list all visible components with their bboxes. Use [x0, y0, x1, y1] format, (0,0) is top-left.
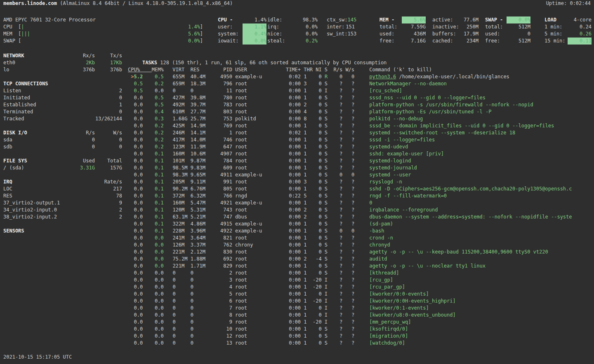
sidebar-row: / (sda)3.31G157G	[3, 164, 122, 171]
sidebar-row: eth02Kb17Kb	[3, 59, 122, 66]
stat-row: 15 min: 0.11	[544, 38, 592, 45]
process-table: CPU% MEM% VIRT RES PID USER TIME+ THR NI…	[128, 66, 594, 347]
clock: 2021-10-15 15:17:05 UTC	[3, 354, 72, 361]
process-row: 0.0 0.0 221M 2.12M 830 root 0:00 1 0 S ?…	[128, 249, 594, 256]
process-row: 0.0 0.0 0 0 10 root 0:00 1 0 S ? ? [ksof…	[128, 326, 594, 333]
stat-row: LOAD4-core	[544, 16, 592, 23]
process-row: 0.0 0.0 221M 1.71M 829 root 0:00 1 0 S ?…	[128, 263, 594, 270]
process-row: 0.0 0.0 0 0 9 root 0:00 1 -20 I ? ? [mm_…	[128, 319, 594, 326]
stat-row: user: 1.1%	[218, 23, 266, 31]
glances-terminal[interactable]: members.linode.com (AlmaLinux 8.4 64bit …	[0, 0, 594, 364]
tasks-summary: TASKS 128 (150 thr), 1 run, 61 slp, 66 o…	[130, 52, 387, 59]
process-row: 0.0 0.1 63.1M 5.21M 747 dbus 0:00 2 0 S …	[128, 214, 594, 221]
stat-block-cpu-extra: idle:98.3%irq:0.0%nice:0.0%steal:0.2%	[267, 16, 318, 45]
process-row: 0.0 0.2 425M 14.9M 769 root 0:00 1 0 S ?…	[128, 122, 594, 129]
stat-row: iowait: 0.0%	[218, 38, 266, 45]
sidebar-row: Tracked13/262144	[3, 115, 122, 122]
process-row: 0.0 0.0 75.2M 1.88M 692 root 0:00 2 -4 S…	[128, 256, 594, 263]
cpu-model: AMD EPYC 7601 32-Core Processor	[3, 16, 203, 23]
process-row: 0.0 0.0 0 0 7 root 0:00 1 0 I ? ? [kwork…	[128, 305, 594, 312]
process-row: 0.0 0.1 205M 9.11M 991 root 0:00 3 0 S ?…	[128, 178, 594, 186]
stat-row: used:436M	[380, 31, 426, 38]
process-row: 0.0 0.0 241M 3.64M 821 root 0:00 1 0 S ?…	[128, 235, 594, 242]
process-row: 0.0 0.1 372M 6.32M 766 rngd 0:22 5 0 S ?…	[128, 193, 594, 200]
process-row: 0.0 0.4 610M 27.7M 803 root 0:00 4 0 S ?…	[128, 108, 594, 115]
process-row: 0.0 0.1 101M 9.87M 784 root 0:00 1 0 S ?…	[128, 157, 594, 164]
stat-block-mem-main: MEM - 5.6%total:7.59Gused:436Mfree:7.16G	[380, 16, 426, 45]
sidebar-row: Listen2	[3, 87, 122, 94]
process-row: 0.0 0.0 0 0 2 root 0:00 1 0 S ? ? [kthre…	[128, 270, 594, 277]
process-table-header: CPU% MEM% VIRT RES PID USER TIME+ THR NI…	[128, 66, 594, 73]
process-row: 0.0 0.2 123M 11.9M 647 root 0:00 1 0 S ?…	[128, 143, 594, 150]
stat-block-load: LOAD4-core1 min:0.245 min:0.2615 min: 0.…	[544, 16, 592, 45]
stat-row: idle:98.3%	[267, 16, 318, 23]
process-row: 0.0 0.0 0 0 13 root 0:00 1 0 S ? ? [watc…	[128, 340, 594, 347]
sidebar-spacer	[3, 171, 122, 178]
process-row: 0.5 0.2 659M 18.3M 796 root 0:00 3 0 S ?…	[128, 80, 594, 87]
process-row: 0.0 0.0 0 0 5 root 0:00 1 0 I ? ? [kwork…	[128, 291, 594, 298]
stat-block-cpu-main: CPU -1.4%user: 1.1%system: 0.4%iowait: 0…	[218, 16, 266, 45]
stat-block-mem-extra: active:77.6Minactive:250Mbuffers:17.9Mca…	[432, 16, 478, 45]
system-title: members.linode.com (AlmaLinux 8.4 64bit …	[3, 0, 233, 7]
sidebar-row: Terminated0	[3, 108, 122, 115]
tasks-label: TASKS	[142, 60, 157, 66]
process-row: 0.0 0.0 0 0 12 root 0:00 1 0 S ? ? [migr…	[128, 333, 594, 340]
titlebar: members.linode.com (AlmaLinux 8.4 64bit …	[0, 0, 594, 7]
process-row: 0.0 0.1 90.2M 6.76M 805 root 0:00 1 0 S …	[128, 186, 594, 193]
process-row: 0.0 0.0 126M 3.37M 762 chrony 0:00 1 0 S…	[128, 242, 594, 249]
process-row: 0.0 0.1 98.3M 9.65M 4911 example-u 0:00 …	[128, 171, 594, 178]
sidebar-spacer	[3, 122, 122, 129]
stat-row: used:0	[485, 31, 530, 38]
process-row: 0.0 0.1 228M 3.96M 4922 example-u 0:00 1…	[128, 228, 594, 235]
sidebar-row: FILE SYSUsedTotal	[3, 157, 122, 164]
quicklook-gauge-cpu: CPU [| 1.4%]	[3, 23, 203, 31]
process-row: 0.0 0.1 120M 5.31M 743 root 0:00 2 0 S ?…	[128, 207, 594, 214]
stat-row: free:7.16G	[380, 38, 426, 45]
quicklook-gauge-swap: SWAP [ 0.0%]	[3, 38, 203, 45]
stat-row: free:512M	[485, 38, 530, 45]
stat-row: 5 min:0.26	[544, 31, 592, 38]
sidebar-row: IRQRate/s	[3, 178, 122, 186]
process-row: 0.0 0.0 0 0 4 root 0:00 1 -20 I ? ? [rcu…	[128, 284, 594, 291]
stat-row: nice:0.0%	[267, 31, 318, 38]
process-row: >5.2 0.5 655M 40.4M 4950 example-u 0:02 …	[128, 73, 594, 80]
sidebar-panel: NETWORKRx/sTx/seth02Kb17Kblo376b376bTCP …	[3, 52, 122, 235]
sidebar-row: SENSORS	[3, 228, 122, 235]
stat-row: system: 0.4%	[218, 31, 266, 38]
stat-row: inter:151	[327, 23, 355, 31]
stat-row: cached:234M	[432, 38, 478, 45]
sidebar-row: DISK I/OR/sW/s	[3, 129, 122, 136]
process-row: 0.0 0.1 322M 4.86M 4915 example-u 0:00 1…	[128, 221, 594, 228]
stat-row: sw_int:153	[327, 31, 355, 38]
stat-row: active:77.6M	[432, 16, 478, 23]
sidebar-row: LOC217	[3, 186, 122, 193]
stat-row: total:512M	[485, 23, 530, 31]
quicklook-panel: AMD EPYC 7601 32-Core Processor CPU [| 1…	[3, 16, 203, 45]
sidebar-row: TCP CONNECTIONS	[3, 80, 122, 87]
stat-row: total:7.59G	[380, 23, 426, 31]
sidebar-spacer	[3, 150, 122, 157]
stat-row: inactive:250M	[432, 23, 478, 31]
process-row: 0.0 0.1 160M 5.47M 4921 example-u 0:00 1…	[128, 200, 594, 207]
sidebar-row: RES78	[3, 193, 122, 200]
stat-block-swap: SWAP - 0.0%total:512Mused:0free:512M	[485, 16, 530, 45]
sidebar-row: sdb00	[3, 143, 122, 150]
stat-row: 1 min:0.24	[544, 23, 592, 31]
process-row: 0.0 0.2 246M 14.1M 1 root 0:02 1 0 S ? ?…	[128, 129, 594, 136]
sidebar-row: NETWORKRx/sTx/s	[3, 52, 122, 59]
stat-row: ctx_sw:145	[327, 16, 355, 23]
stat-row: irq:0.0%	[267, 23, 318, 31]
process-row: 0.0 0.5 427M 39.8M 780 root 0:00 1 0 S ?…	[128, 94, 594, 101]
sidebar-row: Initiated0	[3, 94, 122, 101]
stat-block-cpu-events: ctx_sw:145inter:151sw_int:153	[327, 16, 355, 38]
stat-row: SWAP - 0.0%	[485, 16, 530, 23]
sidebar-spacer	[3, 221, 122, 228]
sidebar-row: lo376b376b	[3, 66, 122, 73]
tasks-counts: 128 (150 thr), 1 run, 61 slp, 66 oth sor…	[157, 60, 387, 66]
uptime: Uptime: 0:02:44	[546, 0, 591, 7]
sidebar-row: 38_virtio2-input.22	[3, 214, 122, 221]
process-row: 0.0 0.5 492M 39.7M 783 root 0:00 2 0 S ?…	[128, 101, 594, 108]
stat-row: buffers:17.9M	[432, 31, 478, 38]
process-row: 0.0 0.3 1.68G 25.7M 753 polkitd 0:00 8 0…	[128, 115, 594, 122]
process-row: 0.0 0.2 417M 14.0M 746 root 0:00 1 0 S ?…	[128, 136, 594, 143]
